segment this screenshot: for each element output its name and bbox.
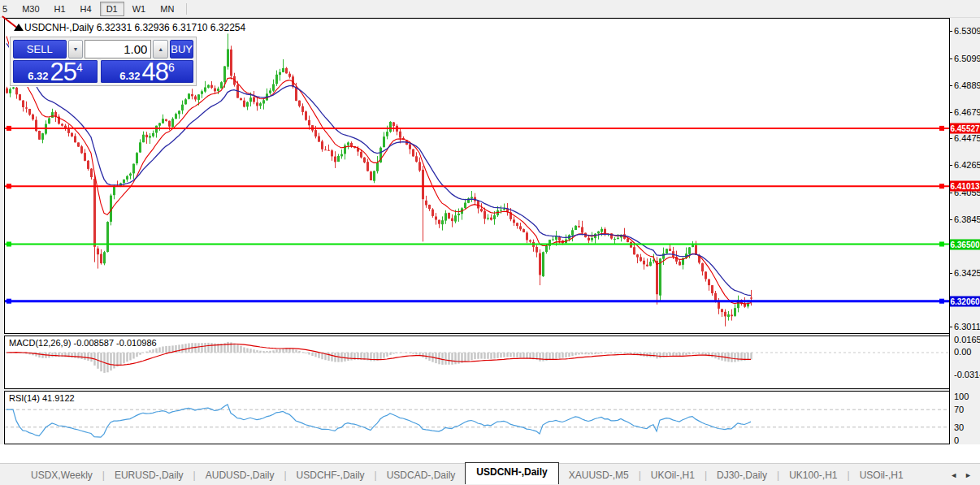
tab-xauusd-m5[interactable]: XAUUSD-,M5 bbox=[559, 466, 639, 484]
timeframe-button-h1[interactable]: H1 bbox=[48, 2, 72, 16]
timeframe-button-mn[interactable]: MN bbox=[154, 2, 180, 16]
chevron-up-icon: ▲ bbox=[158, 46, 163, 52]
tab-usdcad-daily[interactable]: USDCAD-,Daily bbox=[377, 466, 466, 484]
chart-tab-bar: USDX,Weekly|EURUSD-,Daily|AUDUSD-,Daily|… bbox=[0, 463, 980, 485]
symbol-marker-icon bbox=[14, 24, 24, 31]
volume-decrease-button[interactable]: ▼ bbox=[68, 40, 84, 58]
price-level-tag[interactable]: 6.32060 bbox=[950, 296, 980, 306]
main-chart-panel[interactable]: USDCNH-,Daily 6.32331 6.32936 6.31710 6.… bbox=[4, 18, 950, 334]
price-axis-line bbox=[949, 18, 950, 444]
price-tick: 6.53090 bbox=[954, 26, 980, 36]
price-level-tag[interactable]: 6.45527 bbox=[950, 123, 980, 133]
timeframe-toolbar: 5M30H1H4D1W1MN bbox=[0, 0, 980, 18]
price-level-tag[interactable]: 6.36500 bbox=[950, 239, 980, 249]
price-tick: 6.44750 bbox=[954, 133, 980, 143]
tab-eurusd-daily[interactable]: EURUSD-,Daily bbox=[105, 466, 193, 484]
sell-price-pips: 25 bbox=[50, 62, 76, 82]
volume-input[interactable] bbox=[85, 40, 151, 58]
chevron-down-icon: ▼ bbox=[72, 46, 78, 52]
rsi-tick: 30 bbox=[954, 422, 964, 432]
buy-button[interactable]: BUY bbox=[170, 40, 193, 58]
tab-dj30-daily[interactable]: DJ30-,Daily bbox=[707, 466, 777, 484]
buy-price-display[interactable]: 6.32 48 6 bbox=[101, 60, 193, 83]
toolbar-separator bbox=[186, 3, 187, 15]
sell-price-point: 4 bbox=[76, 63, 83, 72]
rsi-label: RSI(14) 41.9122 bbox=[9, 393, 75, 403]
timeframe-button-m30[interactable]: M30 bbox=[15, 2, 46, 16]
macd-label: MACD(12,26,9) -0.008587 -0.010986 bbox=[9, 338, 157, 348]
price-tick: 6.50990 bbox=[954, 54, 980, 63]
buy-price-point: 6 bbox=[168, 63, 175, 72]
price-tick: 6.38450 bbox=[954, 214, 980, 224]
timeframe-button-d1[interactable]: D1 bbox=[100, 2, 124, 16]
sell-price-base: 6.32 bbox=[28, 70, 48, 82]
price-tick: 6.34250 bbox=[954, 268, 980, 278]
macd-tick: 0.00 bbox=[954, 347, 971, 357]
macd-panel[interactable]: MACD(12,26,9) -0.008587 -0.010986 bbox=[4, 336, 950, 389]
timeframe-button-w1[interactable]: W1 bbox=[126, 2, 153, 16]
rsi-chart bbox=[5, 392, 949, 444]
tab-usdchf-daily[interactable]: USDCHF-,Daily bbox=[287, 466, 375, 484]
volume-increase-button[interactable]: ▲ bbox=[153, 40, 168, 58]
price-tick: 6.46790 bbox=[954, 107, 980, 117]
tab-uk100-h1[interactable]: UK100-,H1 bbox=[779, 466, 847, 484]
buy-price-pips: 48 bbox=[142, 62, 168, 82]
tab-usdx-weekly[interactable]: USDX,Weekly bbox=[21, 466, 102, 484]
chart-symbol-period: USDCNH-,Daily bbox=[24, 22, 93, 33]
sell-price-display[interactable]: 6.32 25 4 bbox=[13, 60, 98, 83]
tab-scroll-left-icon[interactable]: ◄ bbox=[950, 471, 957, 479]
tab-audusd-daily[interactable]: AUDUSD-,Daily bbox=[196, 466, 284, 484]
date-axis: 21 Apr 202113 May 20214 Jun 202128 Jun 2… bbox=[0, 444, 980, 463]
price-tick: 6.30110 bbox=[954, 322, 980, 331]
rsi-tick: 100 bbox=[954, 392, 969, 401]
mt4-window: 5M30H1H4D1W1MN USDCNH-,Daily 6.32331 6.3… bbox=[0, 0, 980, 485]
macd-tick: 0.016586 bbox=[954, 335, 980, 344]
tab-usoil-h1[interactable]: USOil-,H1 bbox=[850, 466, 913, 484]
tab-ukoil-h1[interactable]: UKOil-,H1 bbox=[641, 466, 705, 484]
rsi-panel[interactable]: RSI(14) 41.9122 bbox=[4, 391, 950, 444]
chart-ohlc-values: 6.32331 6.32936 6.31710 6.32254 bbox=[97, 22, 246, 33]
tab-usdcnh-daily[interactable]: USDCNH-,Daily bbox=[465, 462, 558, 484]
timeframe-button-5[interactable]: 5 bbox=[0, 2, 14, 16]
one-click-trade-widget: SELL ▼ ▲ BUY 6.32 25 4 6.32 48 6 bbox=[10, 37, 197, 86]
price-level-tag[interactable]: 6.41013 bbox=[950, 181, 980, 192]
macd-tick: -0.031425 bbox=[954, 370, 980, 379]
price-tick: 6.42650 bbox=[954, 160, 980, 170]
timeframe-button-h4[interactable]: H4 bbox=[74, 2, 98, 16]
sell-button[interactable]: SELL bbox=[13, 40, 67, 58]
tab-scroll-right-icon[interactable]: ► bbox=[965, 471, 972, 479]
buy-price-base: 6.32 bbox=[119, 70, 140, 82]
price-tick: 6.48890 bbox=[954, 80, 980, 90]
rsi-tick: 70 bbox=[954, 405, 964, 414]
chart-title: USDCNH-,Daily 6.32331 6.32936 6.31710 6.… bbox=[24, 22, 245, 33]
